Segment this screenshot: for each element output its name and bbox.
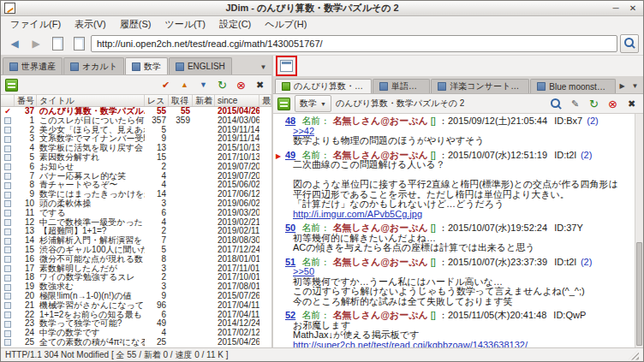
board-select[interactable]: 数学 ▼	[295, 95, 331, 112]
poster-name[interactable]: 名無しさん@おーぷん	[332, 258, 427, 267]
reload-button[interactable]: ↻	[215, 78, 230, 92]
tab-list-dropdown-button[interactable]: ▼	[629, 78, 641, 93]
board-tab[interactable]: 世界遺産	[3, 57, 63, 74]
table-row[interactable]: ✔ 23 数学って独学で可能? 49 2014/12/24	[1, 319, 271, 329]
menu-item[interactable]: 設定(C)	[212, 17, 258, 32]
table-row[interactable]: ✔ 19 数強求む 3 2017/08/01	[1, 282, 271, 292]
close-button[interactable]: ✕	[626, 3, 640, 15]
resize-grip[interactable]	[629, 350, 639, 360]
close-tab-button[interactable]: ✖	[624, 97, 639, 111]
menu-item[interactable]: ツール(T)	[158, 17, 212, 32]
row-state-cell: ✔	[1, 301, 15, 311]
table-row[interactable]: ✔ 7 バナー応募スレ的な笑 4 2019/07/20	[1, 172, 271, 181]
table-row[interactable]: ✔ 8 青チャートやるぞ〜 4 2015/06/02	[1, 181, 271, 190]
stop-button[interactable]: ⊗	[605, 97, 620, 111]
table-row[interactable]: ✔ 25 全ての素数の積が4π²になる 25 2015/04/26	[1, 338, 271, 347]
article-view-button[interactable]	[69, 34, 88, 53]
post-number-link[interactable]: 49	[285, 151, 295, 160]
post-text-line[interactable]: http://i.imgur.com/APvb5Cg.jpg	[285, 210, 623, 220]
thread-list-button[interactable]	[48, 34, 67, 53]
table-row[interactable]: ✔ 17 素数解明したんだが 3 2017/11/01	[1, 264, 271, 274]
tab-list-dropdown-button[interactable]: ▼	[257, 59, 270, 74]
search-in-thread-button[interactable]	[549, 97, 564, 111]
thread-tab[interactable]: Blue moonston...	[530, 79, 616, 93]
table-row[interactable]: ✔ 15 渋谷のギャル100人に聞いた 5 2017/12/24	[1, 246, 271, 255]
table-row[interactable]: ✔ 1 このスレが目についたら何と 357 359 2014/03/06	[1, 116, 271, 126]
post-text-line[interactable]: >>50	[285, 267, 623, 277]
header-got[interactable]: 取得	[169, 95, 193, 106]
post-id-link[interactable]: ID:37Y	[554, 223, 583, 233]
scroll-up-button[interactable]: ▲	[177, 78, 192, 92]
scroll-down-button[interactable]: ▼	[196, 78, 211, 92]
table-row[interactable]: ✔ 4 数学板に活気を取り戻す会 13 2015/10/13	[1, 144, 271, 153]
table-row[interactable]: ✔ 22 1+1=2をお前らの知る最も 6 2017/04/11	[1, 311, 271, 320]
close-tab-button[interactable]: ✖	[253, 78, 267, 92]
menu-item[interactable]: ヘルプ(H)	[258, 17, 313, 32]
board-tab[interactable]: オカルト	[63, 57, 124, 74]
board-tab[interactable]: 数学	[125, 57, 168, 74]
post-id-count[interactable]: (2)	[581, 258, 592, 267]
tab-scroll-right-button[interactable]: ▶	[616, 78, 629, 93]
table-row[interactable]: ✔ 3 文系数学でマイナンバー受験 9 2019/11/14	[1, 134, 271, 144]
poster-name[interactable]: 名無しさん@おーぷん	[332, 151, 427, 160]
thread-tab[interactable]: 単語スレ	[373, 79, 430, 93]
minimize-button[interactable]: ─	[609, 3, 623, 15]
post-id-link[interactable]: ID:t2l	[554, 258, 576, 267]
thread-new-count	[193, 134, 215, 144]
header-since[interactable]: since	[215, 95, 259, 106]
table-row[interactable]: ✔ 6 お知らせ 2 2019/07/20	[1, 163, 271, 172]
header-new[interactable]: 新着	[193, 95, 215, 106]
poster-name[interactable]: 名無しさん@おーぷん	[332, 311, 427, 320]
post-id-count[interactable]: (2)	[587, 116, 598, 126]
post-id-link[interactable]: ID:QwP	[553, 311, 586, 320]
table-row[interactable]: ✔ 37 のんびり算数・数学パズル... 55 55 2015/04/26	[1, 107, 271, 116]
forward-button[interactable]: ▶	[27, 34, 45, 53]
post-number-link[interactable]: 48	[285, 116, 295, 126]
thread-tab[interactable]: のんびり算数・数...	[275, 79, 372, 93]
menu-item[interactable]: 表示(V)	[68, 17, 113, 32]
thread-tab[interactable]: 洋楽コンサートスレ	[431, 79, 529, 93]
table-row[interactable]: ✔ 12 中二で数検準一級受かった 4 2019/02/21	[1, 218, 271, 228]
table-row[interactable]: ✔ 11 でする 6 2019/03/20	[1, 209, 271, 218]
table-row[interactable]: ✔ 21 機械学習がさかんになって 96 2017/04/11	[1, 301, 271, 311]
post-id-count[interactable]: (2)	[581, 151, 592, 160]
thread-window-button[interactable]	[278, 58, 295, 74]
scrollbar[interactable]	[635, 114, 643, 347]
post-number-link[interactable]: 52	[285, 311, 295, 320]
post-id-link[interactable]: ID:t2l	[554, 151, 576, 160]
back-button[interactable]: ◀	[5, 34, 24, 53]
table-row[interactable]: ✔ 5 素因数分解すれ 15 2017/10/13	[1, 153, 271, 163]
table-row[interactable]: ✔ 9 数学にはまったきっかけをか 14 2017/06/12	[1, 190, 271, 199]
poster-name[interactable]: 名無しさん@おーぷん	[332, 223, 427, 233]
name-label: 名前：	[301, 258, 330, 267]
board-tab[interactable]: ENGLISH	[169, 57, 232, 74]
check-update-button[interactable]: ✔	[158, 78, 173, 92]
scrollbar-thumb[interactable]	[636, 242, 642, 346]
table-row[interactable]: ✔ 24 中学の数学です 4 2017/02/12	[1, 329, 271, 338]
url-input[interactable]	[91, 35, 617, 52]
stop-button[interactable]: ⊗	[234, 78, 248, 92]
table-row[interactable]: ✔ 16 微分不可能な点が現れる数 8 2018/01/01	[1, 255, 271, 264]
table-row[interactable]: ✔ 13 【超難問】1+1=? 2 2019/02/11	[1, 227, 271, 236]
poster-name[interactable]: 名無しさん@おーぷん	[332, 116, 427, 126]
header-icon-col[interactable]	[1, 95, 15, 106]
header-number[interactable]: 番号	[15, 95, 37, 106]
table-row[interactable]: ✔ 14 杉浦解析入門・解析演習を 7 2018/08/30	[1, 236, 271, 246]
menu-item[interactable]: 履歴(S)	[113, 17, 158, 32]
menu-item[interactable]: ファイル(F)	[3, 17, 68, 32]
header-title[interactable]: タイトル	[37, 95, 145, 106]
reload-button[interactable]: ↻	[587, 97, 601, 111]
table-row[interactable]: ✔ 18 ワイの数学勉強するスレ 2 2017/10/01	[1, 273, 271, 282]
write-post-button[interactable]: ✎	[568, 97, 582, 111]
open-url-search-button[interactable]	[620, 34, 639, 53]
table-row[interactable]: ✔ 10 頭の柔軟体操 3 2019/06/02	[1, 199, 271, 209]
header-res[interactable]: レス	[145, 95, 169, 106]
post-number-link[interactable]: 51	[285, 258, 295, 267]
table-row[interactable]: ✔ 20 極限!lim(n→1-0)(n!)の値 9 2015/07/26	[1, 292, 271, 301]
post-id-link[interactable]: ID:Bx7	[554, 116, 582, 126]
header-last-write[interactable]: 最終書込	[259, 95, 271, 106]
post-text-line[interactable]: http://super2ch.net/test/read.cgi/kqbbzo…	[285, 341, 623, 348]
thread-got-count	[169, 329, 193, 338]
table-row[interactable]: ✔ 2 美少女「ほら見て、見えあわ 5 2019/11/14	[1, 126, 271, 135]
post-number-link[interactable]: 50	[285, 223, 295, 233]
